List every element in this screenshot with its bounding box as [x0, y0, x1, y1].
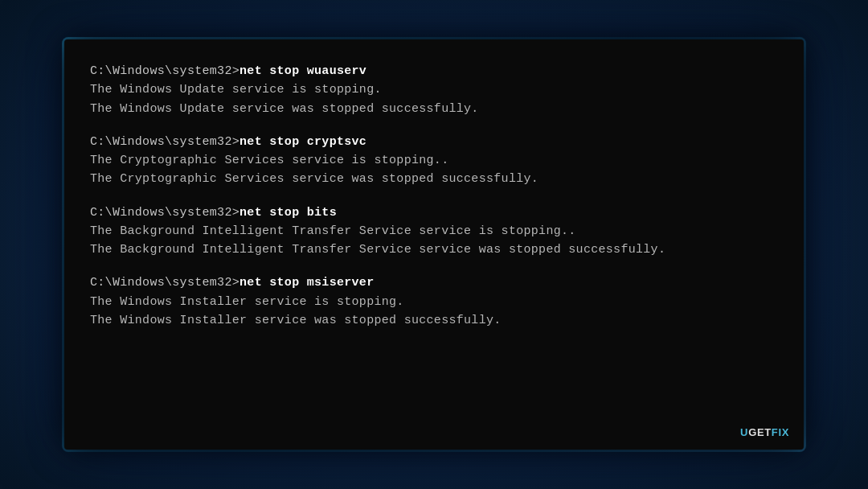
watermark: UGETFIX [740, 426, 789, 438]
command-block-4: C:\Windows\system32>net stop msiserver T… [90, 273, 778, 330]
cmd-line-1: C:\Windows\system32>net stop wuauserv [90, 62, 778, 80]
output-4-1: The Windows Installer service is stoppin… [90, 293, 778, 311]
command-block-2: C:\Windows\system32>net stop cryptsvc Th… [90, 133, 778, 189]
command-text-2: net stop cryptsvc [240, 135, 366, 149]
prompt-4: C:\Windows\system32> [90, 276, 240, 290]
output-3-2: The Background Intelligent Transfer Serv… [90, 240, 778, 259]
output-2-1: The Cryptographic Services service is st… [90, 151, 778, 170]
output-1-1: The Windows Update service is stopping. [90, 80, 778, 99]
output-2-2: The Cryptographic Services service was s… [90, 170, 778, 188]
cmd-line-4: C:\Windows\system32>net stop msiserver [90, 273, 778, 292]
command-text-1: net stop wuauserv [240, 64, 366, 78]
terminal-wrapper: C:\Windows\system32>net stop wuauserv Th… [64, 39, 804, 450]
terminal-window: C:\Windows\system32>net stop wuauserv Th… [64, 39, 804, 450]
prompt-3: C:\Windows\system32> [90, 206, 240, 220]
cmd-line-3: C:\Windows\system32>net stop bits [90, 203, 778, 222]
output-3-1: The Background Intelligent Transfer Serv… [90, 222, 778, 240]
output-4-2: The Windows Installer service was stoppe… [90, 311, 778, 330]
prompt-1: C:\Windows\system32> [90, 64, 240, 78]
watermark-fix: FIX [772, 426, 789, 438]
terminal-content: C:\Windows\system32>net stop wuauserv Th… [90, 62, 778, 330]
watermark-get: GET [748, 426, 772, 438]
prompt-2: C:\Windows\system32> [90, 135, 240, 149]
command-text-3: net stop bits [240, 206, 337, 220]
output-1-2: The Windows Update service was stopped s… [90, 100, 778, 118]
command-block-1: C:\Windows\system32>net stop wuauserv Th… [90, 62, 778, 118]
cmd-line-2: C:\Windows\system32>net stop cryptsvc [90, 133, 778, 151]
command-text-4: net stop msiserver [240, 276, 374, 290]
watermark-u: U [740, 426, 748, 438]
command-block-3: C:\Windows\system32>net stop bits The Ba… [90, 203, 778, 260]
